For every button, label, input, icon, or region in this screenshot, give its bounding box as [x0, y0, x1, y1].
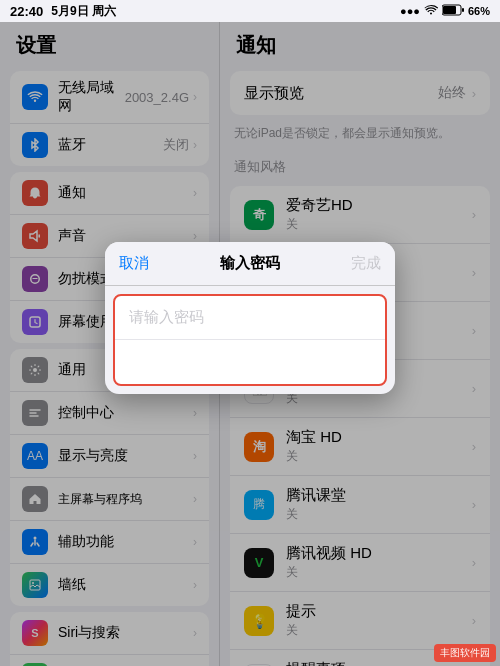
modal-title: 输入密码	[220, 254, 280, 273]
modal-done-button[interactable]: 完成	[349, 250, 383, 277]
modal-password-input[interactable]	[115, 340, 385, 384]
svg-rect-1	[443, 6, 456, 14]
signal-icon: ●●●	[400, 5, 420, 17]
status-time: 22:40	[10, 4, 43, 19]
modal-overlay: 取消 输入密码 完成 请输入密码	[0, 22, 500, 666]
status-icons: ●●● 66%	[400, 4, 490, 18]
main-layout: 设置 无线局域网 2003_2.4G › 蓝牙 关闭 ›	[0, 22, 500, 666]
status-date: 5月9日 周六	[51, 3, 116, 20]
modal-password-placeholder: 请输入密码	[115, 296, 385, 340]
status-bar: 22:40 5月9日 周六 ●●● 66%	[0, 0, 500, 22]
password-modal: 取消 输入密码 完成 请输入密码	[105, 242, 395, 394]
battery-percent: 66%	[468, 5, 490, 17]
wifi-icon	[424, 4, 438, 18]
modal-cancel-button[interactable]: 取消	[117, 250, 151, 277]
battery-icon	[442, 4, 464, 18]
modal-header: 取消 输入密码 完成	[105, 242, 395, 286]
watermark: 丰图软件园	[434, 644, 496, 662]
modal-content: 请输入密码	[113, 294, 387, 386]
svg-rect-2	[462, 8, 464, 12]
